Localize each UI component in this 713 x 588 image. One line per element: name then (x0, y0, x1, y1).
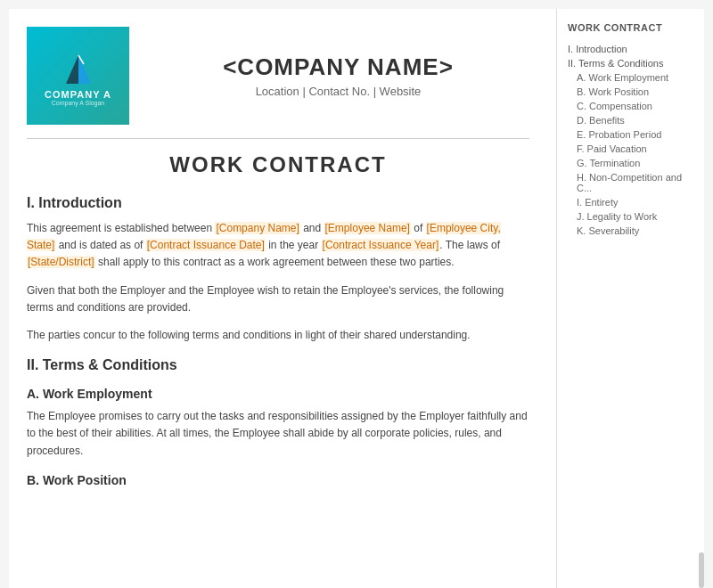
highlight-district: [State/District] (27, 256, 95, 268)
highlight-company: [Company Name] (215, 222, 299, 234)
sidebar-item-terms[interactable]: II. Terms & Conditions (568, 56, 693, 70)
sidebar-item-intro[interactable]: I. Introduction (568, 42, 693, 56)
highlight-date: [Contract Issuance Date] (146, 239, 266, 251)
subsection-work-employment-title: A. Work Employment (27, 387, 529, 401)
intro-para-1: This agreement is established between [C… (27, 220, 529, 272)
scrollbar[interactable] (699, 552, 704, 588)
company-subtitle: Location | Contact No. | Website (147, 85, 529, 98)
logo-box: COMPANY A Company A Slogan (27, 27, 129, 125)
company-title: <COMPANY NAME> (147, 53, 529, 81)
work-employment-para-1: The Employee promises to carry out the t… (27, 408, 529, 460)
highlight-employee: [Employee Name] (324, 222, 411, 234)
section-intro-title: I. Introduction (27, 195, 529, 211)
sidebar-item-noncompete[interactable]: H. Non-Competition and C... (568, 170, 693, 195)
section-terms-title: II. Terms & Conditions (27, 357, 529, 373)
header-text: <COMPANY NAME> Location | Contact No. | … (147, 53, 529, 98)
sidebar-item-legality[interactable]: J. Legality to Work (568, 209, 693, 224)
sidebar-item-entirety[interactable]: I. Entirety (568, 195, 693, 209)
subsection-work-position-title: B. Work Position (27, 473, 529, 487)
main-content: COMPANY A Company A Slogan <COMPANY NAME… (9, 9, 557, 588)
sidebar-item-severability[interactable]: K. Severability (568, 224, 693, 238)
svg-marker-0 (66, 55, 78, 84)
sidebar-item-probation[interactable]: E. Probation Period (568, 127, 693, 142)
doc-title: WORK CONTRACT (27, 152, 529, 177)
highlight-year: [Contract Issuance Year] (322, 239, 440, 251)
logo-slogan: Company A Slogan (52, 100, 105, 106)
sidebar-item-work-position[interactable]: B. Work Position (568, 85, 693, 99)
intro-para-3: The parties concur to the following term… (27, 327, 529, 344)
sidebar-item-vacation[interactable]: F. Paid Vacation (568, 142, 693, 156)
page-container: COMPANY A Company A Slogan <COMPANY NAME… (9, 9, 704, 588)
sidebar-item-compensation[interactable]: C. Compensation (568, 99, 693, 113)
logo-svg (61, 46, 95, 89)
header-section: COMPANY A Company A Slogan <COMPANY NAME… (27, 27, 529, 139)
logo-company-name: COMPANY A (45, 89, 111, 100)
sidebar: WORK CONTRACT I. Introduction II. Terms … (557, 9, 704, 588)
sidebar-item-termination[interactable]: G. Termination (568, 156, 693, 170)
sidebar-item-work-employment[interactable]: A. Work Employment (568, 70, 693, 85)
sidebar-title: WORK CONTRACT (568, 22, 693, 33)
intro-para-2: Given that both the Employer and the Emp… (27, 282, 529, 316)
sidebar-item-benefits[interactable]: D. Benefits (568, 113, 693, 127)
